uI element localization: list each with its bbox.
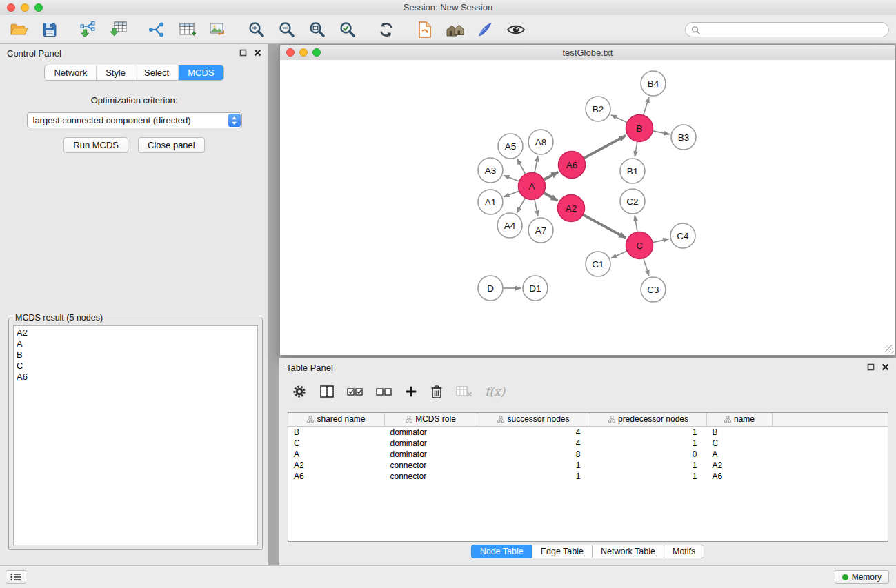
graph-node-A[interactable]: A [519,173,546,200]
graph-node-C[interactable]: C [626,232,653,259]
graph-node-B1[interactable]: B1 [620,159,645,183]
graph-node-B4[interactable]: B4 [641,71,666,96]
graph-edge-C-C2[interactable] [635,216,637,232]
tab-network[interactable]: Network [45,65,96,80]
network-canvas[interactable]: B4B2BB3A5A8A6B1A3AC2A1A2A4A7C4CC1C3DD1 [280,60,895,355]
import-table-button[interactable] [105,17,132,42]
resize-handle[interactable] [885,345,894,354]
graph-edge-A-A7[interactable] [535,199,538,216]
graph-node-C3[interactable]: C3 [641,277,666,302]
graph-node-A2[interactable]: A2 [558,195,585,222]
table-cell[interactable]: B [288,427,385,438]
delete-table-button[interactable] [456,385,472,398]
graph-node-A1[interactable]: A1 [478,190,503,214]
mcds-result-item[interactable]: C [17,361,255,372]
graph-edge-A2-C[interactable] [583,214,626,238]
tab-node-table[interactable]: Node Table [471,545,532,558]
deselect-all-button[interactable] [376,385,392,398]
tab-motifs[interactable]: Motifs [664,545,704,558]
graph-edge-C-C4[interactable] [653,239,669,243]
column-header-name[interactable]: name [707,413,773,427]
tab-select[interactable]: Select [135,65,178,80]
graph-node-D[interactable]: D [478,276,503,301]
zoom-fit-button[interactable] [303,17,331,42]
search-input[interactable] [704,24,883,36]
graph-node-A4[interactable]: A4 [497,213,522,238]
graph-edge-C-C1[interactable] [611,251,627,258]
zoom-out-button[interactable] [273,17,301,42]
graph-node-A5[interactable]: A5 [498,134,523,159]
graph-edge-A6-B[interactable] [584,136,626,159]
table-cell[interactable]: 1 [590,438,707,449]
table-cell[interactable]: A [707,449,773,460]
graph-node-C1[interactable]: C1 [586,252,610,276]
graph-edge-A-A4[interactable] [517,198,525,213]
tab-mcds[interactable]: MCDS [178,65,223,80]
tab-edge-table[interactable]: Edge Table [532,545,593,558]
add-column-button[interactable] [405,385,417,398]
graph-node-A6[interactable]: A6 [559,152,586,179]
close-panel-icon[interactable] [254,48,261,59]
memory-button[interactable]: Memory [835,570,889,584]
table-row[interactable]: Bdominator41B [288,427,888,438]
table-cell[interactable]: C [288,438,385,449]
table-settings-button[interactable] [292,384,307,399]
graph-node-A3[interactable]: A3 [478,158,503,183]
close-panel-button[interactable]: Close panel [138,137,205,153]
table-cell[interactable]: connector [385,460,477,471]
graph-edge-A-A6[interactable] [544,172,558,180]
table-cell[interactable]: 1 [590,460,707,471]
graph-edge-B-B3[interactable] [653,131,669,134]
table-cell[interactable]: dominator [385,449,477,460]
open-document-button[interactable] [411,17,439,42]
save-session-button[interactable] [36,17,63,42]
graph-node-D1[interactable]: D1 [523,276,548,301]
table-row[interactable]: Cdominator41C [288,438,888,449]
graph-edge-B-B4[interactable] [644,97,649,115]
delete-column-button[interactable] [430,384,444,399]
table-cell[interactable]: 4 [477,427,590,438]
graph-edge-A-A8[interactable] [535,156,538,173]
table-row[interactable]: A6connector11A6 [288,471,888,482]
graph-edge-B-B1[interactable] [635,141,637,156]
graph-node-B2[interactable]: B2 [586,97,610,121]
show-hide-button[interactable] [502,17,530,42]
new-network-button[interactable] [143,17,171,42]
table-cell[interactable]: A6 [288,471,385,482]
mcds-result-item[interactable]: A6 [17,372,255,383]
import-network-button[interactable] [74,17,102,42]
graph-edge-B-B2[interactable] [611,115,627,123]
table-cell[interactable]: A6 [707,471,773,482]
graph-edge-A-A5[interactable] [517,159,526,174]
close-table-panel-icon[interactable] [882,363,889,373]
graph-node-C2[interactable]: C2 [620,189,645,214]
graph-node-B3[interactable]: B3 [671,125,696,150]
mcds-result-item[interactable]: B [17,349,255,361]
mcds-result-item[interactable]: A2 [17,327,255,338]
table-cell[interactable]: dominator [385,438,477,449]
float-table-panel-icon[interactable] [867,363,875,373]
select-all-button[interactable] [347,385,364,398]
column-header-shared-name[interactable]: shared name [288,413,385,427]
column-header-predecessor-nodes[interactable]: predecessor nodes [590,413,707,427]
style-button[interactable] [472,17,499,42]
graph-node-A7[interactable]: A7 [528,218,553,243]
table-cell[interactable]: 1 [477,471,590,482]
table-cell[interactable]: dominator [385,427,477,438]
network-close-button[interactable] [286,48,295,57]
new-table-button[interactable] [174,17,201,42]
graph-edge-C-C3[interactable] [644,258,649,276]
home-button[interactable] [441,17,469,42]
export-image-button[interactable] [204,17,232,42]
table-row[interactable]: A2connector11A2 [288,460,888,471]
mcds-result-item[interactable]: A [17,338,255,349]
table-cell[interactable]: 1 [590,427,707,438]
column-header-MCDS-role[interactable]: MCDS role [385,413,477,427]
table-cell[interactable]: A [288,449,385,460]
run-mcds-button[interactable]: Run MCDS [63,137,128,153]
table-cell[interactable]: 1 [590,471,707,482]
show-columns-button[interactable] [319,385,335,398]
task-history-button[interactable] [6,570,26,584]
graph-edge-A-A2[interactable] [544,193,557,201]
table-row[interactable]: Adominator80A [288,449,888,460]
